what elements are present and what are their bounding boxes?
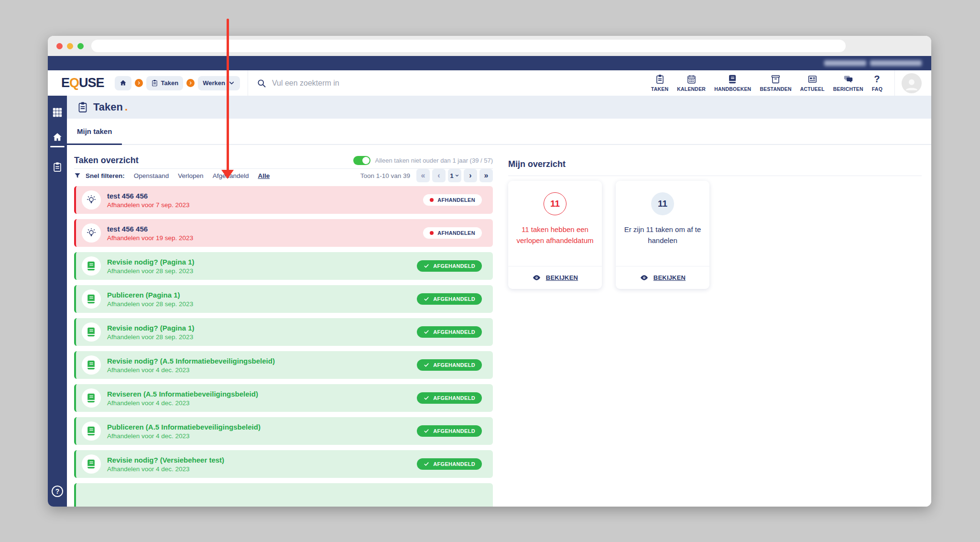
breadcrumb-item-taken[interactable]: Taken <box>146 76 184 90</box>
task-row[interactable] <box>74 483 493 507</box>
status-badge-label: AFGEHANDELD <box>433 461 475 467</box>
breadcrumb-item-werken[interactable]: Werken <box>198 76 240 90</box>
first-page-button[interactable]: « <box>416 169 430 182</box>
nav-item-berichten[interactable]: BERICHTEN <box>829 74 868 92</box>
check-icon <box>424 428 429 434</box>
nav-item-actueel[interactable]: ACTUEEL <box>796 74 829 92</box>
book-icon <box>86 261 97 271</box>
task-text: Revisie nodig? (Pagina 1)Afhandelen voor… <box>107 258 195 275</box>
task-due-date: Afhandelen voor 4 dec. 2023 <box>107 432 261 440</box>
book-icon <box>86 393 97 403</box>
calendar-icon <box>686 74 697 84</box>
task-row[interactable]: test 456 456Afhandelen voor 19 sep. 2023… <box>74 219 493 247</box>
active-indicator <box>50 146 65 147</box>
task-row[interactable]: Publiceren (Pagina 1)Afhandelen voor 28 … <box>74 285 493 313</box>
question-icon: ? <box>872 74 882 84</box>
next-page-button[interactable]: › <box>464 169 477 182</box>
maximize-window-button[interactable] <box>77 43 84 49</box>
address-bar[interactable] <box>91 40 846 52</box>
user-avatar[interactable] <box>902 73 922 93</box>
nav-item-faq[interactable]: ?FAQ <box>868 74 887 92</box>
bekijken-label: BEKIJKEN <box>653 274 686 281</box>
task-row[interactable]: Revisie nodig? (A.5 Informatiebeveiligin… <box>74 351 493 379</box>
nav-item-taken[interactable]: TAKEN <box>647 74 673 92</box>
breadcrumb-label: Werken <box>203 79 225 87</box>
task-icon-circle <box>82 223 101 243</box>
page-title-band: Taken . <box>67 96 931 119</box>
sidebar-item-clipboard[interactable] <box>52 162 63 172</box>
task-row[interactable]: Publiceren (A.5 Informatiebeveiligingsbe… <box>74 417 493 445</box>
nav-item-bestanden[interactable]: BESTANDEN <box>755 74 795 92</box>
user-info-redacted <box>824 60 866 66</box>
task-title: test 456 456 <box>107 192 190 200</box>
window-controls <box>56 43 84 49</box>
status-badge: AFGEHANDELD <box>417 458 482 470</box>
overview-card: 11Er zijn 11 taken om af te handelenBEKI… <box>616 181 709 289</box>
filter-verlopen[interactable]: Verlopen <box>178 172 203 179</box>
page-select[interactable]: 1 <box>448 169 461 182</box>
previous-page-button[interactable]: ‹ <box>432 169 446 182</box>
overview-panel-title: Mijn overzicht <box>508 159 566 169</box>
task-title: Revisie nodig? (Pagina 1) <box>107 324 195 332</box>
header-divider <box>894 70 895 96</box>
annotation-arrow <box>227 19 229 171</box>
nav-item-handboeken[interactable]: HANDBOEKEN <box>710 74 755 92</box>
quick-filter-label: Snel filteren: <box>86 172 125 179</box>
age-filter-label: Alleen taken niet ouder dan 1 jaar (39 /… <box>375 157 493 164</box>
status-badge-label: AFGEHANDELD <box>433 296 475 302</box>
book-icon <box>86 327 97 337</box>
minimize-window-button[interactable] <box>67 43 73 49</box>
logo-text: Q <box>69 76 79 90</box>
task-row[interactable]: Revisie nodig? (Versiebeheer test)Afhand… <box>74 450 493 478</box>
search-input[interactable] <box>272 79 463 88</box>
task-due-date: Afhandelen voor 28 sep. 2023 <box>107 300 193 308</box>
current-page: 1 <box>450 172 454 179</box>
close-window-button[interactable] <box>56 43 63 49</box>
age-filter-toggle[interactable] <box>353 156 370 165</box>
sidebar-item-grid[interactable] <box>52 107 63 118</box>
tab-bar: Mijn taken <box>67 119 931 145</box>
status-dot-icon <box>430 231 434 235</box>
status-badge: AFGEHANDELD <box>417 326 482 338</box>
task-icon-circle <box>82 289 101 309</box>
annotation-arrow-head <box>221 170 234 179</box>
task-title: Publiceren (A.5 Informatiebeveiligingsbe… <box>107 423 261 431</box>
nav-item-kalender[interactable]: KALENDER <box>673 74 710 92</box>
count-circle: 11 <box>544 192 566 215</box>
tasks-panel: Taken overzicht Alleen taken niet ouder … <box>74 155 493 507</box>
filter-openstaand[interactable]: Openstaand <box>134 172 169 179</box>
archive-icon <box>771 74 781 84</box>
sidebar-item-home[interactable] <box>52 132 63 147</box>
task-text: Revisie nodig? (Versiebeheer test)Afhand… <box>107 456 224 473</box>
book-icon <box>728 74 738 84</box>
task-icon-circle <box>82 421 101 441</box>
bekijken-button[interactable]: BEKIJKEN <box>616 266 709 289</box>
last-page-button[interactable]: » <box>479 169 493 182</box>
equse-logo[interactable]: EQUSE <box>61 76 104 90</box>
help-button[interactable]: ? <box>52 486 63 497</box>
chevron-right-icon <box>137 81 141 85</box>
tab-mijn-taken[interactable]: Mijn taken <box>67 119 122 145</box>
breadcrumb-item-home[interactable] <box>115 76 131 90</box>
bekijken-button[interactable]: BEKIJKEN <box>508 266 602 289</box>
task-text: test 456 456Afhandelen voor 19 sep. 2023 <box>107 225 193 242</box>
task-row[interactable]: test 456 456Afhandelen voor 7 sep. 2023A… <box>74 186 493 214</box>
filter-alle[interactable]: Alle <box>258 172 270 179</box>
nav-item-label: TAKEN <box>651 86 668 92</box>
status-badge-label: AFHANDELEN <box>437 197 475 203</box>
check-icon <box>424 461 429 467</box>
breadcrumb-separator-icon <box>186 79 195 87</box>
task-text: test 456 456Afhandelen voor 7 sep. 2023 <box>107 192 190 209</box>
task-row[interactable]: Reviseren (A.5 Informatiebeveiligingsbel… <box>74 384 493 412</box>
svg-text:?: ? <box>874 74 880 84</box>
task-due-date: Afhandelen voor 7 sep. 2023 <box>107 201 190 209</box>
user-info-redacted <box>870 60 922 66</box>
task-text: Publiceren (Pagina 1)Afhandelen voor 28 … <box>107 291 193 308</box>
clipboard-icon <box>52 162 63 172</box>
news-icon <box>807 74 817 84</box>
browser-chrome <box>48 36 931 56</box>
task-icon-circle <box>82 190 101 210</box>
task-row[interactable]: Revisie nodig? (Pagina 1)Afhandelen voor… <box>74 252 493 280</box>
task-row[interactable]: Revisie nodig? (Pagina 1)Afhandelen voor… <box>74 318 493 346</box>
nav-item-label: FAQ <box>872 86 882 92</box>
